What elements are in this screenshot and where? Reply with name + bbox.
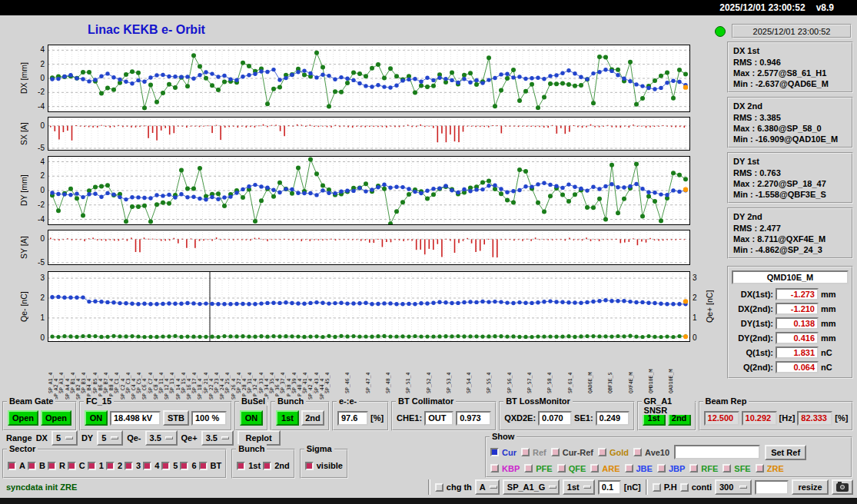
checkbox-jbe[interactable]: JBE	[625, 464, 653, 473]
checkbox-2[interactable]: 2	[106, 461, 122, 470]
status-bar-controls: chg thASP_A1_G1st[nC]P.Hconti300resize	[427, 479, 853, 495]
checkbox-bt[interactable]: BT	[199, 461, 222, 470]
fc15-percent-entry[interactable]	[191, 411, 227, 426]
beam-rep-2nd-entry[interactable]	[742, 411, 777, 426]
sx-plot-canvas	[48, 117, 690, 151]
checkbox-p-h[interactable]: P.H	[653, 482, 677, 492]
checkbox-4[interactable]: 4	[143, 461, 159, 470]
checkbox-2nd[interactable]: 2nd	[263, 461, 290, 470]
checkbox-label: 6	[191, 461, 196, 470]
checkbox-3[interactable]: 3	[125, 461, 141, 470]
checkbox-jbp[interactable]: JBP	[657, 464, 685, 473]
checkbox-sfe[interactable]: SFE	[722, 464, 750, 473]
selected-value: 3.5	[206, 433, 218, 443]
checkbox-indicator-icon	[28, 462, 36, 470]
frame-label: Sigma	[304, 444, 334, 453]
label-dx: DX	[36, 433, 48, 443]
checkbox-zre[interactable]: ZRE	[756, 464, 784, 473]
ref-name-entry[interactable]	[674, 445, 760, 459]
checkbox-5[interactable]: 5	[161, 461, 178, 470]
checkbox-6[interactable]: 6	[180, 461, 196, 470]
checkbox-label: chg th	[447, 482, 472, 492]
select-1st[interactable]: 1st	[563, 479, 595, 495]
y-tick-label: 2	[26, 293, 45, 302]
button-2nd[interactable]: 2nd	[301, 410, 324, 426]
checkbox-c[interactable]: C	[68, 461, 85, 470]
checkbox-gold[interactable]: Gold	[598, 448, 629, 457]
che1-state-entry[interactable]	[424, 411, 453, 426]
checkbox-cur-ref[interactable]: Cur-Ref	[551, 448, 593, 457]
button-open[interactable]: Open	[8, 410, 38, 426]
checkbox-label: PFE	[536, 464, 552, 473]
se1-loss-entry[interactable]	[596, 411, 629, 426]
checkbox-1st[interactable]: 1st	[237, 461, 261, 470]
x-axis-bpm-label: SP_61_4	[567, 346, 573, 393]
beam-rep-1st-entry[interactable]	[704, 411, 739, 426]
charge-ratio-entry[interactable]	[337, 411, 368, 426]
monitor-value-unit: nC	[821, 348, 832, 357]
select-3-5[interactable]: 3.5	[145, 430, 178, 446]
screenshot-camera-button[interactable]	[832, 479, 853, 495]
checkbox-cur[interactable]: Cur	[490, 448, 517, 457]
checkbox-are[interactable]: ARE	[590, 464, 619, 473]
checkbox-indicator-icon	[722, 464, 731, 472]
checkbox-a[interactable]: A	[8, 461, 25, 470]
checkbox-visible[interactable]: visible	[305, 461, 343, 470]
checkbox-b[interactable]: B	[28, 461, 45, 470]
label-hz: [Hz]	[779, 413, 796, 423]
stats-line: RMS : 3.385	[733, 112, 849, 123]
checkbox-indicator-icon	[524, 464, 533, 472]
select-a[interactable]: A	[475, 479, 500, 495]
button-set-ref[interactable]: Set Ref	[765, 445, 806, 460]
checkbox-qfe[interactable]: QFE	[557, 464, 586, 473]
fc15-voltage-entry[interactable]	[110, 411, 161, 426]
monitor-name-entry[interactable]: QMD10E_M	[732, 270, 849, 284]
statistics-column: DX 1stRMS : 0.946Max : 2.577@S8_61_H1Min…	[727, 41, 853, 263]
y-tick-label: 2	[26, 60, 45, 68]
checkbox-kbp[interactable]: KBP	[490, 464, 520, 473]
che1-value-entry[interactable]	[456, 411, 491, 426]
select-5[interactable]: 5	[51, 430, 78, 446]
checkbox-r[interactable]: R	[48, 461, 65, 470]
y-tick-label: 2	[26, 171, 45, 180]
button-on[interactable]: ON	[85, 410, 108, 426]
checkbox-ave10[interactable]: Ave10	[633, 448, 669, 457]
checkbox-rfe[interactable]: RFE	[689, 464, 718, 473]
button-resize[interactable]: resize	[792, 479, 829, 495]
select-sp-a1-g[interactable]: SP_A1_G	[503, 479, 560, 495]
checkbox-conti[interactable]: conti	[680, 482, 712, 492]
monitor-value-row: Q(1st):1.831nC	[732, 345, 849, 360]
frame-e-e: e-:e-[%]	[332, 401, 389, 431]
beam-rep-duty-entry[interactable]	[797, 411, 832, 426]
qxd2e-loss-entry[interactable]	[538, 411, 572, 426]
selected-value: 5	[56, 433, 61, 443]
button-stb[interactable]: STB	[163, 410, 189, 426]
checkbox-label: 4	[154, 461, 159, 470]
stats-box-dy-1st: DY 1stRMS : 0.763Max : 2.270@SP_18_47Min…	[727, 152, 853, 204]
button-open[interactable]: Open	[41, 410, 71, 426]
monitor-value-q-2nd: 0.064	[776, 361, 819, 373]
checkbox-chg-th[interactable]: chg th	[435, 482, 472, 492]
stats-line: Max : 2.270@SP_18_47	[733, 178, 849, 189]
select-5[interactable]: 5	[97, 430, 123, 446]
checkbox-1[interactable]: 1	[88, 461, 104, 470]
checkbox-indicator-icon	[106, 462, 115, 470]
button-replot[interactable]: Replot	[238, 430, 281, 446]
x-axis-bpm-label: QXF4E_M	[628, 346, 634, 393]
select-3-5[interactable]: 3.5	[201, 430, 234, 446]
threshold-entry[interactable]	[598, 480, 621, 495]
monitor-value-dx-1st: -1.273	[776, 288, 819, 300]
checkbox-ref[interactable]: Ref	[521, 448, 546, 457]
button-on[interactable]: ON	[240, 410, 263, 426]
frame-content: QXD2E:SE1:	[504, 410, 629, 426]
show-row-2: KBPPFEQFEAREJBEJBPRFESFEZRE	[490, 460, 847, 476]
checkbox-pfe[interactable]: PFE	[524, 464, 552, 473]
interval-entry[interactable]	[755, 480, 789, 495]
label-qe: Qe+	[181, 433, 198, 443]
frame-label: Beam Gate	[7, 396, 55, 406]
monitor-value-label: DY(2nd):	[732, 333, 773, 343]
button-1st[interactable]: 1st	[276, 410, 299, 426]
select-300[interactable]: 300	[715, 479, 752, 495]
frame-content: CHE1:	[397, 410, 491, 426]
camera-icon	[836, 483, 849, 492]
